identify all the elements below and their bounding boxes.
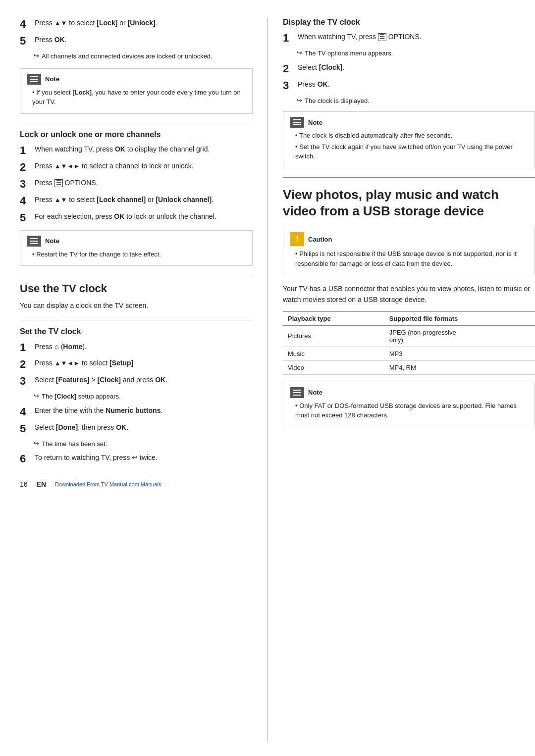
right-column: Display the TV clock 1 When watching TV,…	[268, 18, 535, 741]
caution-icon: !	[290, 232, 304, 246]
set-step-num-6: 6	[20, 453, 31, 465]
set-step-5-result-text: The time has been set.	[42, 439, 107, 449]
display-note-box: Note • The clock is disabled automatical…	[283, 111, 535, 168]
arrow-icon-d3: ↪	[297, 97, 302, 104]
options-icon-left: ☰	[54, 179, 63, 187]
page-number: 16	[20, 480, 28, 488]
set-step-num-3: 3	[20, 375, 31, 388]
step-4-lock: 4 Press ▲▼ to select [Lock] or [Unlock].	[20, 18, 253, 31]
display-step-3-result: ↪ The clock is displayed.	[297, 96, 535, 106]
step-text-4: Press ▲▼ to select [Lock] or [Unlock].	[35, 18, 253, 28]
lock-step-3: 3 Press ☰ OPTIONS.	[20, 178, 253, 191]
note-line-1	[30, 76, 38, 77]
display-note-bullet-1: • The clock is disabled automatically af…	[295, 131, 528, 141]
set-step-num-1: 1	[20, 341, 31, 354]
display-note-bullet-2: • Set the TV clock again if you have swi…	[295, 142, 528, 161]
display-step-2: 2 Select [Clock].	[283, 62, 535, 75]
set-step-num-4: 4	[20, 405, 31, 418]
top-note-label: Note	[45, 75, 59, 83]
display-note-lines	[293, 119, 301, 125]
lock-note-line-1	[30, 238, 38, 239]
display-note-icon	[290, 117, 304, 128]
page-lang: EN	[37, 480, 46, 488]
caution-box: ! Caution • Philips is not responsible i…	[283, 227, 535, 275]
lock-step-text-1: When watching TV, press OK to display th…	[35, 144, 253, 154]
lock-step-4: 4 Press ▲▼ to select [Lock channel] or […	[20, 195, 253, 207]
arrow-icon-3: ↪	[34, 392, 39, 400]
lock-step-num-1: 1	[20, 144, 31, 157]
usb-note-text-1: • Only FAT or DOS-formatted USB storage …	[295, 402, 517, 419]
display-step-num-2: 2	[283, 62, 294, 75]
usb-note-box: Note • Only FAT or DOS-formatted USB sto…	[283, 382, 535, 427]
step-5-result: ↪ All channels and connected devices are…	[34, 51, 253, 61]
lock-step-text-4: Press ▲▼ to select [Lock channel] or [Un…	[35, 195, 253, 205]
display-note-line-3	[293, 124, 301, 125]
lock-note-header: Note	[27, 236, 245, 247]
lock-step-5: 5 For each selection, press OK to lock o…	[20, 211, 253, 224]
display-note-text-1: • The clock is disabled automatically af…	[295, 132, 452, 139]
lock-step-text-3: Press ☰ OPTIONS.	[35, 178, 253, 188]
display-note-text-2: • Set the TV clock again if you have swi…	[295, 143, 513, 160]
table-row: Video MP4, RM	[283, 360, 535, 374]
table-cell-type-3: Video	[283, 360, 384, 374]
display-step-text-2: Select [Clock].	[298, 62, 535, 73]
table-cell-format-1: JPEG (non-progressiveonly)	[384, 325, 535, 347]
set-step-4: 4 Enter the time with the Numeric button…	[20, 405, 253, 418]
note-line-2	[30, 79, 38, 80]
caution-bullet-1: • Philips is not responsible if the USB …	[295, 249, 528, 268]
step-text-5: Press OK.	[35, 35, 253, 45]
display-clock-title: Display the TV clock	[283, 18, 535, 27]
arrow-icon: ↪	[34, 52, 39, 59]
lock-note-icon-lines	[30, 238, 38, 244]
table-cell-type-2: Music	[283, 347, 384, 360]
set-step-text-6: To return to watching TV, press ↩ twice.	[35, 453, 253, 463]
table-row: Pictures JPEG (non-progressiveonly)	[283, 325, 535, 347]
usb-section-title: View photos, play music and watch video …	[283, 187, 535, 220]
set-step-6: 6 To return to watching TV, press ↩ twic…	[20, 453, 253, 465]
usb-note-line-3	[293, 395, 301, 396]
set-step-text-5: Select [Done], then press OK.	[35, 422, 253, 433]
lock-section-title: Lock or unlock one or more channels	[20, 130, 253, 139]
divider-3	[20, 320, 253, 320]
lock-step-text-2: Press ▲▼◄► to select a channel to lock o…	[35, 161, 253, 171]
lock-step-1: 1 When watching TV, press OK to display …	[20, 144, 253, 157]
caution-text-1: • Philips is not responsible if the USB …	[295, 250, 517, 267]
lock-step-2: 2 Press ▲▼◄► to select a channel to lock…	[20, 161, 253, 174]
top-note-box: Note • If you select [Lock], you have to…	[20, 68, 253, 114]
table-row: Music MP3	[283, 347, 535, 360]
top-steps: 4 Press ▲▼ to select [Lock] or [Unlock].…	[20, 18, 253, 61]
usb-note-line-1	[293, 390, 301, 391]
lock-note-box: Note • Restart the TV for the change to …	[20, 230, 253, 266]
display-step-text-1: When watching TV, press ☰ OPTIONS.	[298, 32, 535, 42]
display-step-3-result-text: The clock is displayed.	[305, 96, 370, 106]
display-step-text-3: Press OK.	[298, 79, 535, 90]
playback-table: Playback type Supported file formats Pic…	[283, 311, 535, 375]
set-step-text-2: Press ▲▼◄► to select [Setup]	[35, 358, 253, 368]
set-step-text-3: Select [Features] > [Clock] and press OK…	[35, 375, 253, 385]
footer-link[interactable]: Downloaded From TV-Manual.com Manuals	[55, 481, 161, 487]
set-step-num-2: 2	[20, 358, 31, 371]
table-cell-format-2: MP3	[384, 347, 535, 360]
step-5-ok: 5 Press OK.	[20, 35, 253, 48]
usb-note-icon	[290, 387, 304, 398]
page: 4 Press ▲▼ to select [Lock] or [Unlock].…	[0, 0, 535, 756]
set-step-3-result-text: The [Clock] setup appears.	[42, 392, 121, 402]
display-step-1: 1 When watching TV, press ☰ OPTIONS.	[283, 32, 535, 45]
footer: 16 EN Downloaded From TV-Manual.com Manu…	[20, 480, 253, 488]
step-num-5: 5	[20, 35, 31, 48]
top-note-text-1: • If you select [Lock], you have to ente…	[32, 89, 241, 106]
table-cell-format-3: MP4, RM	[384, 360, 535, 374]
usb-note-label: Note	[308, 389, 322, 396]
lock-note-icon	[27, 236, 41, 247]
display-step-num-3: 3	[283, 79, 294, 92]
lock-note-line-2	[30, 241, 38, 242]
usb-note-lines	[293, 390, 301, 396]
options-icon-right: ☰	[378, 33, 386, 41]
set-step-2: 2 Press ▲▼◄► to select [Setup]	[20, 358, 253, 371]
arrow-icon-d1: ↪	[297, 49, 302, 56]
table-header-row: Playback type Supported file formats	[283, 311, 535, 325]
display-step-num-1: 1	[283, 32, 294, 45]
display-note-line-1	[293, 119, 301, 120]
top-note-header: Note	[27, 74, 245, 85]
display-step-1-result-text: The TV options menu appears.	[305, 49, 393, 58]
